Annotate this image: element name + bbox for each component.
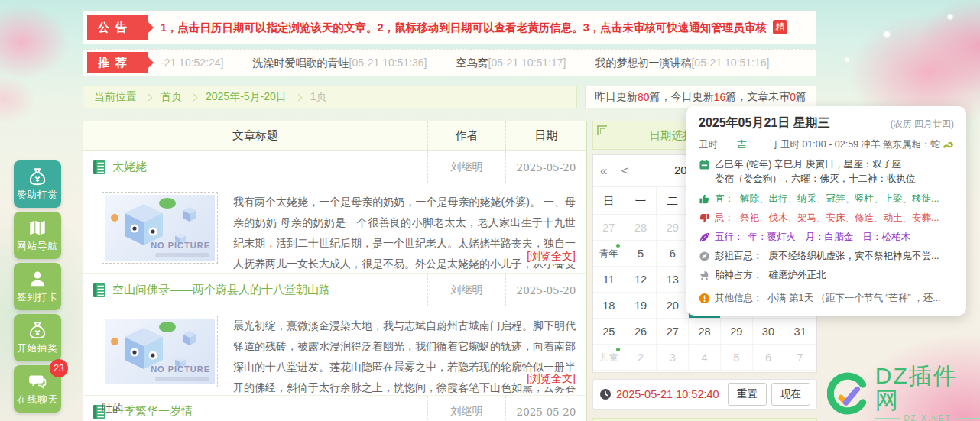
read-full-link[interactable]: [浏览全文]: [522, 372, 576, 386]
calendar-day-cell[interactable]: 3: [657, 345, 689, 371]
chevron-right-icon: [190, 93, 198, 101]
datetime-bar: 2025-05-21 10:52:40 重置 现在: [592, 379, 817, 410]
almanac-pengzu-row: 彭祖百忌： 庚不经络织机虚张，寅不祭祀神鬼不尝...: [699, 250, 954, 263]
sidebar-item-lottery[interactable]: 开始抽奖: [14, 314, 61, 361]
recommend-item[interactable]: 洗澡时爱唱歌的青蛙[05-21 10:51:36]: [253, 56, 427, 70]
sidebar-item-checkin[interactable]: 签到打卡: [14, 263, 61, 310]
breadcrumb-page: 1页: [310, 90, 327, 104]
calendar-day-cell[interactable]: 19: [625, 293, 657, 319]
sidebar-item-site-nav[interactable]: 网站导航: [14, 212, 61, 259]
next-panel-header: [592, 418, 817, 421]
hour-name: 丑时: [699, 138, 737, 151]
calendar-day-cell[interactable]: 青年: [593, 241, 625, 267]
no-picture-text: NO PICTURE: [151, 364, 210, 374]
now-button[interactable]: 现在: [771, 383, 810, 406]
calendar-day-cell[interactable]: 25: [593, 319, 625, 345]
calendar-day-cell[interactable]: 30: [753, 319, 785, 345]
calendar-day-cell[interactable]: 6: [753, 345, 785, 371]
article-thumbnail[interactable]: NO PICTURE: [102, 316, 218, 387]
recommend-items: -21 10:52:24] 洗澡时爱唱歌的青蛙[05-21 10:51:36] …: [161, 56, 769, 70]
calendar-day-cell[interactable]: 28: [689, 319, 721, 345]
no-picture-subtext: [155, 377, 209, 381]
article-title-link[interactable]: 太姥姥: [112, 160, 147, 174]
sidebar-item-chat[interactable]: 23 在线聊天: [14, 365, 61, 413]
update-stats: 昨日更新80篇，今日更新16篇，文章未审0篇: [585, 86, 816, 108]
recommend-bar: 推荐 -21 10:52:24] 洗澡时爱唱歌的青蛙[05-21 10:51:3…: [83, 49, 816, 76]
calendar-icon: [699, 159, 710, 170]
calendar-day-cell[interactable]: 29: [721, 319, 753, 345]
sidebar-item-label: 开始抽奖: [17, 342, 58, 355]
cube-illustration-icon: [105, 195, 215, 261]
recommend-item-title[interactable]: 洗澡时爱唱歌的青蛙: [253, 57, 349, 69]
hour-detail: 丁丑时 01:00 - 02:59 冲羊 煞东: [771, 138, 902, 151]
snake-icon: [943, 139, 954, 151]
almanac-date-title: 2025年05月21日 星期三: [699, 115, 830, 131]
stats-unreviewed-count[interactable]: 0: [790, 91, 796, 103]
article-excerpt-row: NO PICTURE 晨光初绽，熹微淡金浸染大地，我与志斌自蔚州古城南门启程。脚…: [83, 306, 586, 395]
calendar-day-cell[interactable]: 4: [689, 345, 721, 371]
calendar-day-cell[interactable]: 27: [657, 319, 689, 345]
almanac-yi-row: 宜： 解除、出行、纳采、冠笄、竖柱、上梁、移徙...: [699, 193, 954, 206]
current-datetime: 2025-05-21 10:52:40: [616, 388, 723, 400]
calendar-day-cell[interactable]: 5: [625, 241, 657, 267]
page: 公告 1，点击日历日期可以指定浏览该天的文章。2，鼠标移动到日期可以查看老黄历信…: [0, 0, 980, 421]
breadcrumb-home-link[interactable]: 首页: [161, 90, 182, 104]
calendar-day-cell[interactable]: 13: [657, 267, 689, 293]
calendar-day-cell[interactable]: 5: [721, 345, 753, 371]
cube-illustration-icon: [105, 319, 215, 384]
column-header-date: 日期: [505, 121, 586, 150]
table-row: 空山问佛录——两个蔚县人的十八堂朝山路 刘继明 2025-05-20: [83, 273, 586, 306]
calendar-day-cell[interactable]: 2: [625, 345, 657, 371]
calendar-day-cell[interactable]: 26: [625, 319, 657, 345]
recommend-item[interactable]: -21 10:52:24]: [161, 56, 224, 70]
calendar-day-cell[interactable]: 12: [625, 267, 657, 293]
article-date: 2025-05-20: [517, 161, 576, 173]
info-icon: [699, 293, 710, 304]
recommend-item[interactable]: 空鸟窝[05-21 10:51:17]: [456, 56, 566, 70]
no-picture-text: NO PICTURE: [151, 241, 210, 250]
article-author: 刘继明: [451, 283, 483, 297]
read-full-link[interactable]: [浏览全文]: [522, 250, 576, 264]
calendar-day-cell[interactable]: 儿童: [593, 345, 625, 371]
recommend-item-title[interactable]: 我的梦想初一演讲稿: [595, 57, 691, 69]
ganzhi-text: 乙巳年 (蛇年) 辛巳月 庚寅日，星座：双子座娄宿（娄金狗），六曜：佛灭，十二神…: [715, 157, 916, 186]
calendar-day-cell[interactable]: 20: [657, 293, 689, 319]
calendar-day-cell[interactable]: 27: [593, 215, 625, 241]
weekday-label: 日: [593, 187, 625, 215]
calendar-day-cell[interactable]: 11: [593, 267, 625, 293]
recommend-item-title[interactable]: 空鸟窝: [456, 57, 488, 69]
sidebar-item-label: 网站导航: [17, 240, 58, 253]
reset-button[interactable]: 重置: [728, 383, 767, 406]
chevron-right-icon: [294, 93, 302, 101]
breadcrumb-date-link[interactable]: 2025年-5月-20日: [206, 90, 287, 104]
sidebar-item-donate[interactable]: 赞助打赏: [14, 160, 61, 208]
weekday-label: 二: [657, 187, 689, 215]
calendar-day-cell[interactable]: 29: [657, 215, 689, 241]
calendar-day-cell[interactable]: 28: [625, 215, 657, 241]
breadcrumb: 当前位置 首页 2025年-5月-20日 1页: [83, 86, 577, 108]
clock-icon: [599, 388, 612, 400]
calendar-day-cell[interactable]: 18: [593, 293, 625, 319]
wuxing-label: 五行：: [715, 231, 744, 244]
sidebar-item-label: 签到打卡: [17, 291, 58, 304]
coin-icon: [699, 251, 710, 262]
watermark-domain: DZ-X.NET: [875, 414, 980, 421]
recommend-item[interactable]: 我的梦想初一演讲稿[05-21 10:51:16]: [595, 56, 769, 70]
calendar-day-cell[interactable]: 31: [784, 319, 816, 345]
stats-today-count: 16: [714, 91, 726, 103]
announcement-bar: 公告 1，点击日历日期可以指定浏览该天的文章。2，鼠标移动到日期可以查看老黄历信…: [83, 11, 816, 44]
calendar-day-cell[interactable]: 6: [657, 241, 689, 267]
other-info-label: 其他信息：: [715, 292, 763, 305]
stats-text: 篇，文章未审: [725, 90, 790, 104]
article-title-link[interactable]: 空山问佛录——两个蔚县人的十八堂朝山路: [112, 283, 330, 297]
notebook-icon: [92, 283, 106, 298]
thumb-down-icon: [699, 212, 710, 224]
announcement-label-text: 公告: [98, 21, 133, 35]
article-thumbnail[interactable]: NO PICTURE: [102, 192, 218, 264]
announcement-text-content: 1，点击日历日期可以指定浏览该天的文章。2，鼠标移动到日期可以查看老黄历信息。3…: [161, 21, 767, 34]
dz-logo-icon: [827, 372, 869, 415]
recommend-label-text: 推荐: [98, 56, 133, 70]
calendar-day-cell[interactable]: 7: [784, 345, 816, 371]
article-table: 文章标题 作者 日期 太姥姥 刘继明 2025-05-20: [83, 121, 587, 421]
article-date: 2025-05-20: [517, 284, 576, 296]
